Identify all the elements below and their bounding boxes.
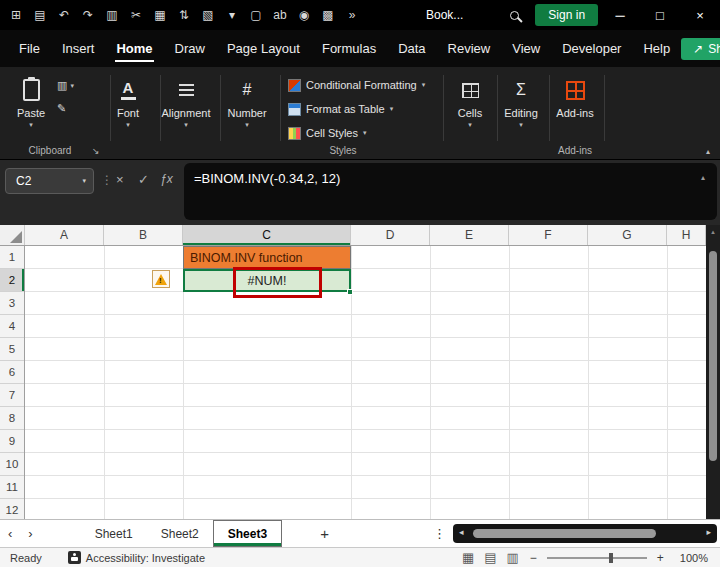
copy-icon[interactable]: ▥ xyxy=(100,3,124,27)
tab-help[interactable]: Help xyxy=(632,30,681,67)
format-painter-button[interactable]: ✎ xyxy=(57,102,74,115)
column-header-d[interactable]: D xyxy=(351,225,430,245)
share-button[interactable]: ↗ Share xyxy=(681,38,720,60)
cells-group-button[interactable]: Cells ▾ xyxy=(445,74,495,129)
redo-icon[interactable]: ↷ xyxy=(76,3,100,27)
scroll-left-icon[interactable]: ◂ xyxy=(459,527,464,537)
row-header-5[interactable]: 5 xyxy=(0,338,24,361)
column-header-h[interactable]: H xyxy=(667,225,706,245)
zoom-out-button[interactable]: − xyxy=(524,551,543,565)
copy-button[interactable]: ▥ ▾ xyxy=(57,79,74,92)
format-as-table-button[interactable]: Format as Table ▾ xyxy=(288,99,393,119)
row-header-9[interactable]: 9 xyxy=(0,430,24,453)
tab-draw[interactable]: Draw xyxy=(164,30,216,67)
collapse-formula-bar-icon[interactable]: ▴ xyxy=(701,173,705,182)
font-group-button[interactable]: A Font ▾ xyxy=(102,74,154,129)
row-header-4[interactable]: 4 xyxy=(0,315,24,338)
alignment-group-button[interactable]: Alignment ▾ xyxy=(156,74,216,129)
sheet-more-icon[interactable]: ⋮ xyxy=(425,526,454,541)
tab-formulas[interactable]: Formulas xyxy=(311,30,387,67)
sheet-nav-left-icon[interactable]: ‹ xyxy=(0,526,20,541)
tab-file[interactable]: File xyxy=(8,30,51,67)
tab-review[interactable]: Review xyxy=(437,30,502,67)
minimize-button[interactable]: ─ xyxy=(600,0,640,30)
formula-bar-handle-icon[interactable]: ⋮ xyxy=(101,173,113,187)
search-button[interactable] xyxy=(503,4,525,26)
number-group-button[interactable]: # Number ▾ xyxy=(219,74,275,129)
conditional-formatting-button[interactable]: Conditional Formatting ▾ xyxy=(288,75,425,95)
sheet-tab-sheet1[interactable]: Sheet1 xyxy=(81,520,147,547)
row-header-12[interactable]: 12 xyxy=(0,499,24,519)
tab-home[interactable]: Home xyxy=(105,30,163,67)
maximize-button[interactable]: □ xyxy=(640,0,680,30)
column-header-b[interactable]: B xyxy=(104,225,183,245)
borders-icon[interactable]: ▧ xyxy=(196,3,220,27)
row-header-6[interactable]: 6 xyxy=(0,361,24,384)
cells-area[interactable]: BINOM.INV function #NUM! ! xyxy=(25,246,706,519)
row-header-11[interactable]: 11 xyxy=(0,476,24,499)
column-header-a[interactable]: A xyxy=(25,225,104,245)
save-icon[interactable]: ▤ xyxy=(28,3,52,27)
add-sheet-button[interactable]: + xyxy=(310,525,339,542)
zoom-in-button[interactable]: + xyxy=(651,551,670,565)
scroll-up-icon[interactable]: ▴ xyxy=(706,228,720,236)
row-header-7[interactable]: 7 xyxy=(0,384,24,407)
column-header-f[interactable]: F xyxy=(509,225,588,245)
more-commands-icon[interactable]: » xyxy=(340,3,364,27)
chevron-down-icon[interactable]: ▾ xyxy=(220,3,244,27)
tab-page-layout[interactable]: Page Layout xyxy=(216,30,311,67)
column-header-g[interactable]: G xyxy=(588,225,667,245)
new-file-icon[interactable]: ▢ xyxy=(244,3,268,27)
row-header-1[interactable]: 1 xyxy=(0,246,24,269)
editing-group-button[interactable]: Σ Editing ▾ xyxy=(496,74,546,129)
row-header-10[interactable]: 10 xyxy=(0,453,24,476)
cell-c1[interactable]: BINOM.INV function xyxy=(183,246,351,269)
vertical-scrollbar[interactable]: ▴ xyxy=(706,225,720,519)
undo-icon[interactable]: ↶ xyxy=(52,3,76,27)
cut-icon[interactable]: ✂ xyxy=(124,3,148,27)
insert-function-button[interactable]: ƒx xyxy=(160,172,173,186)
page-layout-view-icon[interactable]: ▤ xyxy=(479,550,501,565)
picture-icon[interactable]: ▦ xyxy=(148,3,172,27)
select-all-button[interactable] xyxy=(0,225,25,245)
formula-input[interactable]: =BINOM.INV(-0.34,2, 12) ▴ xyxy=(184,163,717,220)
page-break-view-icon[interactable]: ▥ xyxy=(502,550,524,565)
table-icon[interactable]: ▩ xyxy=(316,3,340,27)
sheet-tab-sheet2[interactable]: Sheet2 xyxy=(147,520,213,547)
row-header-2[interactable]: 2 xyxy=(0,269,24,292)
scroll-right-icon[interactable]: ▸ xyxy=(706,527,711,537)
tab-view[interactable]: View xyxy=(501,30,551,67)
horizontal-scrollbar-thumb[interactable] xyxy=(473,529,656,538)
paste-button[interactable]: Paste ▾ xyxy=(6,74,56,129)
sheet-nav-right-icon[interactable]: › xyxy=(20,526,40,541)
sign-in-button[interactable]: Sign in xyxy=(535,4,598,26)
row-header-3[interactable]: 3 xyxy=(0,292,24,315)
tab-insert[interactable]: Insert xyxy=(51,30,106,67)
name-box[interactable]: C2 ▾ xyxy=(5,168,94,194)
enter-button[interactable]: ✓ xyxy=(138,172,149,187)
collapse-ribbon-icon[interactable]: ▴ xyxy=(706,147,710,156)
column-header-e[interactable]: E xyxy=(430,225,509,245)
camera-icon[interactable]: ◉ xyxy=(292,3,316,27)
spreadsheet-grid[interactable]: 1 2 3 4 5 6 7 8 9 10 11 12 BINOM.INV fun… xyxy=(0,246,706,519)
horizontal-scrollbar[interactable]: ◂ ▸ xyxy=(453,524,717,543)
tab-developer[interactable]: Developer xyxy=(551,30,632,67)
vertical-scrollbar-thumb[interactable] xyxy=(709,251,717,461)
clipboard-dialog-launcher[interactable]: ↘ xyxy=(92,146,100,156)
close-button[interactable]: × xyxy=(680,0,720,30)
column-header-c[interactable]: C xyxy=(183,225,351,245)
addins-button[interactable]: Add-ins xyxy=(549,74,601,119)
row-header-8[interactable]: 8 xyxy=(0,407,24,430)
spelling-icon[interactable]: ab xyxy=(268,3,292,27)
fill-handle[interactable] xyxy=(347,289,353,295)
zoom-level[interactable]: 100% xyxy=(680,552,708,564)
zoom-slider-thumb[interactable] xyxy=(609,553,613,563)
accessibility-status[interactable]: Accessibility: Investigate xyxy=(68,551,205,564)
sort-icon[interactable]: ⇅ xyxy=(172,3,196,27)
apps-icon[interactable]: ⊞ xyxy=(4,3,28,27)
zoom-slider[interactable] xyxy=(547,557,647,559)
sheet-tab-sheet3[interactable]: Sheet3 xyxy=(213,520,282,547)
tab-data[interactable]: Data xyxy=(387,30,436,67)
cancel-button[interactable]: × xyxy=(116,172,124,187)
error-checking-button[interactable]: ! xyxy=(152,270,170,288)
